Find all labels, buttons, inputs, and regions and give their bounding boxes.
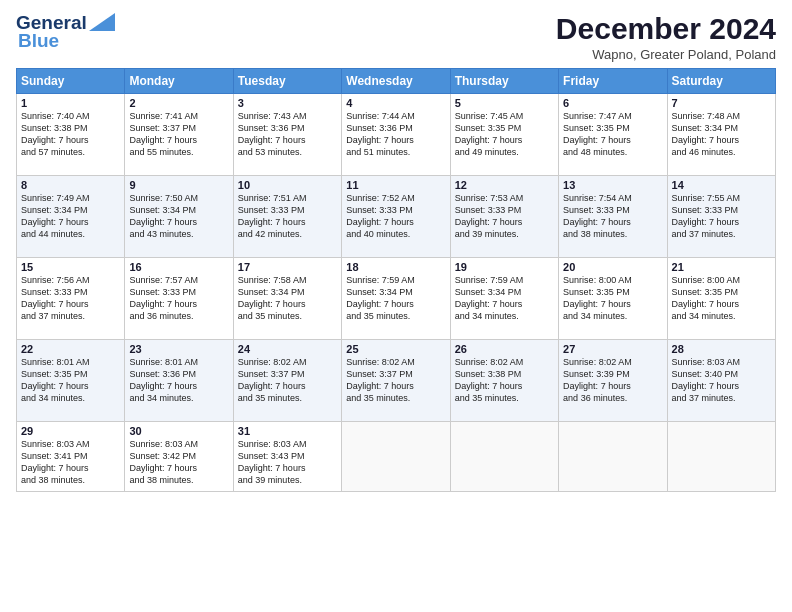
col-header-sunday: Sunday	[17, 69, 125, 94]
day-number: 30	[129, 425, 228, 437]
day-number: 13	[563, 179, 662, 191]
calendar-cell: 7Sunrise: 7:48 AMSunset: 3:34 PMDaylight…	[667, 94, 775, 176]
day-number: 19	[455, 261, 554, 273]
day-number: 22	[21, 343, 120, 355]
day-info: Sunrise: 7:40 AMSunset: 3:38 PMDaylight:…	[21, 110, 120, 159]
header-row: SundayMondayTuesdayWednesdayThursdayFrid…	[17, 69, 776, 94]
day-info: Sunrise: 8:02 AMSunset: 3:38 PMDaylight:…	[455, 356, 554, 405]
calendar-cell: 16Sunrise: 7:57 AMSunset: 3:33 PMDayligh…	[125, 258, 233, 340]
svg-marker-0	[89, 13, 115, 31]
calendar-cell: 19Sunrise: 7:59 AMSunset: 3:34 PMDayligh…	[450, 258, 558, 340]
day-number: 6	[563, 97, 662, 109]
day-info: Sunrise: 8:02 AMSunset: 3:37 PMDaylight:…	[346, 356, 445, 405]
col-header-wednesday: Wednesday	[342, 69, 450, 94]
day-info: Sunrise: 7:52 AMSunset: 3:33 PMDaylight:…	[346, 192, 445, 241]
day-info: Sunrise: 7:48 AMSunset: 3:34 PMDaylight:…	[672, 110, 771, 159]
calendar-cell: 22Sunrise: 8:01 AMSunset: 3:35 PMDayligh…	[17, 340, 125, 422]
calendar-cell	[559, 422, 667, 492]
day-info: Sunrise: 8:01 AMSunset: 3:35 PMDaylight:…	[21, 356, 120, 405]
calendar-cell: 14Sunrise: 7:55 AMSunset: 3:33 PMDayligh…	[667, 176, 775, 258]
day-number: 4	[346, 97, 445, 109]
col-header-monday: Monday	[125, 69, 233, 94]
day-info: Sunrise: 7:57 AMSunset: 3:33 PMDaylight:…	[129, 274, 228, 323]
day-number: 2	[129, 97, 228, 109]
day-number: 26	[455, 343, 554, 355]
calendar-cell: 8Sunrise: 7:49 AMSunset: 3:34 PMDaylight…	[17, 176, 125, 258]
calendar-cell: 29Sunrise: 8:03 AMSunset: 3:41 PMDayligh…	[17, 422, 125, 492]
calendar-cell: 15Sunrise: 7:56 AMSunset: 3:33 PMDayligh…	[17, 258, 125, 340]
calendar-cell: 5Sunrise: 7:45 AMSunset: 3:35 PMDaylight…	[450, 94, 558, 176]
day-info: Sunrise: 8:03 AMSunset: 3:40 PMDaylight:…	[672, 356, 771, 405]
day-number: 11	[346, 179, 445, 191]
calendar-cell: 1Sunrise: 7:40 AMSunset: 3:38 PMDaylight…	[17, 94, 125, 176]
day-info: Sunrise: 8:01 AMSunset: 3:36 PMDaylight:…	[129, 356, 228, 405]
calendar-table: SundayMondayTuesdayWednesdayThursdayFrid…	[16, 68, 776, 492]
calendar-cell	[342, 422, 450, 492]
day-number: 12	[455, 179, 554, 191]
col-header-friday: Friday	[559, 69, 667, 94]
logo-blue: Blue	[18, 30, 59, 52]
col-header-saturday: Saturday	[667, 69, 775, 94]
calendar-cell: 18Sunrise: 7:59 AMSunset: 3:34 PMDayligh…	[342, 258, 450, 340]
calendar-cell: 25Sunrise: 8:02 AMSunset: 3:37 PMDayligh…	[342, 340, 450, 422]
day-number: 31	[238, 425, 337, 437]
day-info: Sunrise: 7:43 AMSunset: 3:36 PMDaylight:…	[238, 110, 337, 159]
day-info: Sunrise: 7:47 AMSunset: 3:35 PMDaylight:…	[563, 110, 662, 159]
day-number: 27	[563, 343, 662, 355]
calendar-cell: 30Sunrise: 8:03 AMSunset: 3:42 PMDayligh…	[125, 422, 233, 492]
calendar-cell: 4Sunrise: 7:44 AMSunset: 3:36 PMDaylight…	[342, 94, 450, 176]
day-info: Sunrise: 7:50 AMSunset: 3:34 PMDaylight:…	[129, 192, 228, 241]
title-block: December 2024 Wapno, Greater Poland, Pol…	[556, 12, 776, 62]
month-title: December 2024	[556, 12, 776, 45]
day-info: Sunrise: 8:02 AMSunset: 3:37 PMDaylight:…	[238, 356, 337, 405]
calendar-cell: 27Sunrise: 8:02 AMSunset: 3:39 PMDayligh…	[559, 340, 667, 422]
day-info: Sunrise: 7:51 AMSunset: 3:33 PMDaylight:…	[238, 192, 337, 241]
day-number: 9	[129, 179, 228, 191]
calendar-cell: 28Sunrise: 8:03 AMSunset: 3:40 PMDayligh…	[667, 340, 775, 422]
calendar-cell: 10Sunrise: 7:51 AMSunset: 3:33 PMDayligh…	[233, 176, 341, 258]
day-info: Sunrise: 7:54 AMSunset: 3:33 PMDaylight:…	[563, 192, 662, 241]
day-info: Sunrise: 7:56 AMSunset: 3:33 PMDaylight:…	[21, 274, 120, 323]
day-info: Sunrise: 7:55 AMSunset: 3:33 PMDaylight:…	[672, 192, 771, 241]
calendar-cell: 26Sunrise: 8:02 AMSunset: 3:38 PMDayligh…	[450, 340, 558, 422]
day-info: Sunrise: 7:53 AMSunset: 3:33 PMDaylight:…	[455, 192, 554, 241]
calendar-cell: 31Sunrise: 8:03 AMSunset: 3:43 PMDayligh…	[233, 422, 341, 492]
calendar-cell: 3Sunrise: 7:43 AMSunset: 3:36 PMDaylight…	[233, 94, 341, 176]
calendar-cell: 13Sunrise: 7:54 AMSunset: 3:33 PMDayligh…	[559, 176, 667, 258]
day-info: Sunrise: 7:59 AMSunset: 3:34 PMDaylight:…	[346, 274, 445, 323]
day-info: Sunrise: 8:03 AMSunset: 3:42 PMDaylight:…	[129, 438, 228, 487]
day-info: Sunrise: 7:59 AMSunset: 3:34 PMDaylight:…	[455, 274, 554, 323]
day-number: 24	[238, 343, 337, 355]
day-info: Sunrise: 8:00 AMSunset: 3:35 PMDaylight:…	[672, 274, 771, 323]
calendar-cell: 23Sunrise: 8:01 AMSunset: 3:36 PMDayligh…	[125, 340, 233, 422]
day-number: 28	[672, 343, 771, 355]
day-number: 1	[21, 97, 120, 109]
calendar-cell: 17Sunrise: 7:58 AMSunset: 3:34 PMDayligh…	[233, 258, 341, 340]
day-info: Sunrise: 8:03 AMSunset: 3:43 PMDaylight:…	[238, 438, 337, 487]
col-header-thursday: Thursday	[450, 69, 558, 94]
calendar-cell: 12Sunrise: 7:53 AMSunset: 3:33 PMDayligh…	[450, 176, 558, 258]
day-info: Sunrise: 7:44 AMSunset: 3:36 PMDaylight:…	[346, 110, 445, 159]
calendar-cell: 11Sunrise: 7:52 AMSunset: 3:33 PMDayligh…	[342, 176, 450, 258]
day-number: 15	[21, 261, 120, 273]
day-info: Sunrise: 7:49 AMSunset: 3:34 PMDaylight:…	[21, 192, 120, 241]
calendar-cell: 6Sunrise: 7:47 AMSunset: 3:35 PMDaylight…	[559, 94, 667, 176]
day-number: 14	[672, 179, 771, 191]
day-info: Sunrise: 7:41 AMSunset: 3:37 PMDaylight:…	[129, 110, 228, 159]
header: General Blue December 2024 Wapno, Greate…	[16, 12, 776, 62]
day-number: 16	[129, 261, 228, 273]
day-number: 25	[346, 343, 445, 355]
day-info: Sunrise: 8:00 AMSunset: 3:35 PMDaylight:…	[563, 274, 662, 323]
calendar-cell	[450, 422, 558, 492]
day-number: 23	[129, 343, 228, 355]
calendar-cell: 9Sunrise: 7:50 AMSunset: 3:34 PMDaylight…	[125, 176, 233, 258]
day-number: 17	[238, 261, 337, 273]
day-number: 10	[238, 179, 337, 191]
day-info: Sunrise: 8:03 AMSunset: 3:41 PMDaylight:…	[21, 438, 120, 487]
logo-icon	[89, 13, 115, 31]
day-number: 8	[21, 179, 120, 191]
col-header-tuesday: Tuesday	[233, 69, 341, 94]
calendar-cell: 21Sunrise: 8:00 AMSunset: 3:35 PMDayligh…	[667, 258, 775, 340]
day-number: 5	[455, 97, 554, 109]
logo: General Blue	[16, 12, 115, 52]
